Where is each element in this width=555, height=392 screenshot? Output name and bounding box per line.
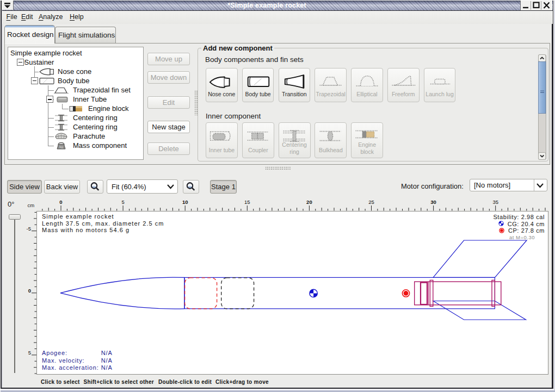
svg-text:20: 20: [306, 199, 312, 205]
svg-text:30: 30: [430, 199, 436, 205]
svg-text:25: 25: [368, 199, 374, 205]
svg-text:15: 15: [244, 199, 250, 205]
svg-text:5: 5: [28, 349, 31, 355]
svg-text:35: 35: [492, 199, 498, 205]
svg-text:kg: kg: [59, 145, 63, 148]
svg-text:0: 0: [59, 199, 62, 205]
svg-text:-5: -5: [27, 225, 31, 231]
svg-text:0: 0: [28, 287, 31, 293]
svg-text:10: 10: [182, 199, 188, 205]
svg-text:cm: cm: [28, 202, 35, 208]
svg-text:5: 5: [121, 199, 124, 205]
